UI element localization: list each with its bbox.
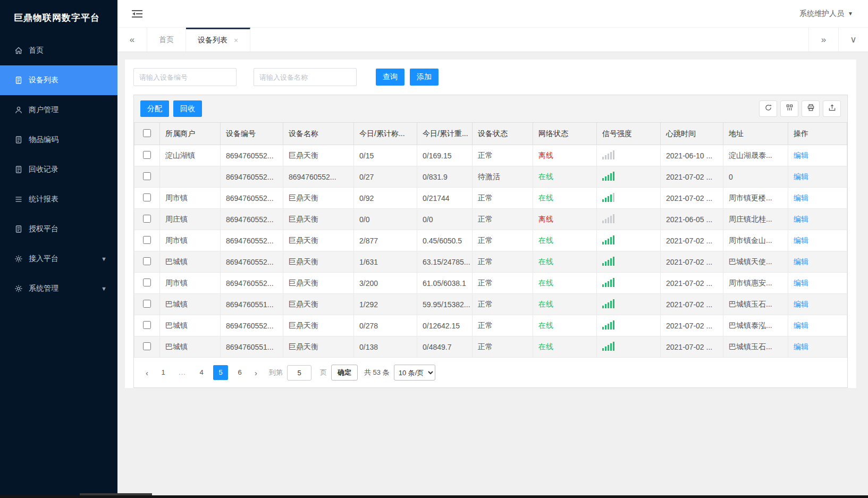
cell-device-name: 巨鼎天衡 [283, 188, 354, 209]
edit-link[interactable]: 编辑 [794, 278, 808, 287]
device-name-input[interactable] [254, 68, 357, 86]
close-tab-icon[interactable]: × [234, 36, 238, 45]
next-page-button[interactable]: › [251, 368, 260, 377]
sidebar-item-label: 回收记录 [29, 165, 58, 174]
sidebar-item-系统管理[interactable]: 系统管理▼ [0, 274, 117, 303]
edit-link[interactable]: 编辑 [794, 172, 808, 181]
edit-link[interactable]: 编辑 [794, 151, 808, 159]
edit-link[interactable]: 编辑 [794, 215, 808, 223]
export-button[interactable] [823, 100, 841, 117]
cell-heartbeat: 2021-06-05 ... [661, 209, 723, 230]
row-checkbox[interactable] [143, 172, 151, 180]
goto-page-input[interactable] [287, 365, 311, 381]
column-header: 所属商户 [160, 123, 221, 145]
page-button-6[interactable]: 6 [232, 365, 247, 380]
cell-device-status: 正常 [473, 251, 533, 273]
sidebar-collapse-icon[interactable] [131, 9, 143, 19]
sidebar-item-回收记录[interactable]: 回收记录 [0, 155, 117, 184]
sidebar-item-设备列表[interactable]: 设备列表 [0, 65, 117, 95]
row-checkbox[interactable] [143, 151, 151, 159]
recycle-button[interactable]: 回收 [173, 100, 202, 117]
cell-device-name: 巨鼎天衡 [283, 209, 354, 230]
tabs-scroll-left-button[interactable]: « [117, 28, 147, 52]
cell-address: 巴城镇玉石... [723, 336, 788, 358]
sidebar-item-label: 接入平台 [29, 254, 58, 264]
edit-link[interactable]: 编辑 [794, 193, 808, 202]
device-no-input[interactable] [133, 68, 237, 86]
row-checkbox[interactable] [143, 215, 151, 223]
row-checkbox[interactable] [143, 257, 151, 265]
cell-merchant: 周市镇 [160, 273, 221, 294]
sidebar-item-物品编码[interactable]: 物品编码 [0, 125, 117, 155]
column-header: 地址 [723, 123, 788, 145]
prev-page-button[interactable]: ‹ [142, 368, 151, 377]
edit-link[interactable]: 编辑 [794, 257, 808, 266]
cell-address: 巴城镇泰泓... [723, 315, 788, 336]
tab-device-list[interactable]: 设备列表 × [186, 28, 250, 52]
add-button[interactable]: 添加 [410, 69, 439, 86]
table-row: 周市镇8694760552...巨鼎天衡2/8770.45/6050.5正常在线… [134, 230, 847, 251]
edit-link[interactable]: 编辑 [794, 321, 808, 330]
row-checkbox[interactable] [143, 342, 151, 350]
cell-network-status: 离线 [533, 145, 597, 166]
select-all-checkbox[interactable] [143, 129, 151, 137]
page-size-select[interactable]: 10 条/页 [394, 365, 435, 381]
query-button[interactable]: 查询 [376, 69, 404, 86]
row-checkbox[interactable] [143, 321, 151, 329]
columns-button[interactable] [780, 100, 798, 117]
assign-button[interactable]: 分配 [140, 100, 169, 117]
cell-today-weight: 61.05/6038.1 [417, 273, 473, 294]
sidebar-item-接入平台[interactable]: 接入平台▼ [0, 244, 117, 274]
cell-merchant: 巴城镇 [160, 294, 221, 315]
edit-link[interactable]: 编辑 [794, 300, 808, 308]
columns-icon [786, 104, 794, 114]
row-checkbox[interactable] [143, 193, 151, 201]
signal-bars-icon [602, 150, 614, 159]
row-checkbox[interactable] [143, 236, 151, 244]
cell-device-status: 正常 [473, 315, 533, 336]
sidebar-item-授权平台[interactable]: 授权平台 [0, 214, 117, 244]
cell-today-weight: 0/831.9 [417, 166, 473, 188]
edit-link[interactable]: 编辑 [794, 342, 808, 351]
tabs-scroll-right-button[interactable]: » [808, 28, 838, 52]
top-header: 系统维护人员 ▼ [117, 0, 868, 28]
cell-device-name: 巨鼎天衡 [283, 315, 354, 336]
main-area: 系统维护人员 ▼ « 首页 设备列表 × » ∨ 查询 添加 [117, 0, 868, 495]
row-checkbox[interactable] [143, 278, 151, 286]
tabs-menu-button[interactable]: ∨ [838, 28, 868, 52]
device-table-container: 分配 回收 所属商户设备编号设备名称今日/累计称...今日/累计重...设备状态… [133, 95, 848, 358]
page-button-5[interactable]: 5 [213, 365, 228, 380]
cell-today-weight: 59.95/15382... [417, 294, 473, 315]
edit-link[interactable]: 编辑 [794, 236, 808, 244]
refresh-button[interactable] [759, 100, 777, 117]
page-button-1[interactable]: 1 [156, 365, 171, 380]
tab-home[interactable]: 首页 [147, 28, 186, 52]
total-count: 共 53 条 [364, 368, 390, 377]
chevron-down-icon: ▼ [101, 256, 107, 262]
cell-device-name: 8694760552... [283, 166, 354, 188]
cell-merchant [160, 166, 221, 188]
chevron-down-icon: ▼ [848, 11, 853, 16]
user-menu[interactable]: 系统维护人员 ▼ [799, 9, 853, 19]
cell-device-no: 8694760552... [221, 251, 283, 273]
cell-device-name: 巨鼎天衡 [283, 145, 354, 166]
horizontal-scrollbar-track [0, 495, 868, 498]
cell-address: 周庄镇北桂... [723, 209, 788, 230]
table-row: 巴城镇8694760551...巨鼎天衡1/29259.95/15382...正… [134, 294, 847, 315]
cell-today-count: 0/92 [354, 188, 417, 209]
sidebar-item-label: 统计报表 [29, 195, 58, 204]
cell-today-count: 0/278 [354, 315, 417, 336]
goto-confirm-button[interactable]: 确定 [331, 365, 358, 381]
cell-device-status: 正常 [473, 230, 533, 251]
cell-address: 巴城镇玉石... [723, 294, 788, 315]
signal-bars-icon [602, 299, 614, 308]
sidebar-item-商户管理[interactable]: 商户管理 [0, 95, 117, 125]
cell-address: 巴城镇天使... [723, 251, 788, 273]
sidebar-item-统计报表[interactable]: 统计报表 [0, 184, 117, 214]
cell-today-count: 3/200 [354, 273, 417, 294]
sidebar-item-label: 物品编码 [29, 135, 58, 145]
print-button[interactable] [802, 100, 820, 117]
row-checkbox[interactable] [143, 300, 151, 308]
page-button-4[interactable]: 4 [194, 365, 209, 380]
sidebar-item-首页[interactable]: 首页 [0, 36, 117, 65]
